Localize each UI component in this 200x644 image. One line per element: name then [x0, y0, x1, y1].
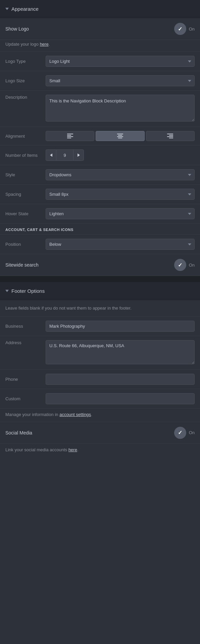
style-select-wrapper: Dropdowns Mega Menu Simple	[46, 169, 195, 180]
spacing-label: Spacing	[5, 192, 46, 197]
appearance-chevron-icon	[5, 8, 9, 10]
logo-type-row: Logo Type Logo Light Logo Dark Custom	[0, 52, 200, 71]
arrow-right-icon	[78, 153, 80, 157]
sitewide-search-state: On	[189, 263, 195, 268]
hover-state-row: Hover State Lighten Darken Underline	[0, 204, 200, 224]
business-input[interactable]	[46, 321, 195, 332]
show-logo-checkmark: ✓	[178, 26, 182, 32]
social-media-toggle-wrapper: ✓ On	[174, 427, 195, 439]
hover-state-label: Hover State	[5, 211, 46, 216]
svg-rect-2	[67, 136, 73, 137]
description-row: Description This is the Navigation Block…	[0, 91, 200, 127]
spinner-value: 9	[56, 149, 73, 161]
number-items-label: Number of Items	[5, 153, 46, 158]
section-spacer	[0, 276, 200, 281]
custom-input[interactable]	[46, 393, 195, 404]
appearance-title: Appearance	[11, 6, 39, 12]
sitewide-search-checkmark: ✓	[178, 262, 182, 268]
phone-input[interactable]	[46, 374, 195, 385]
svg-rect-3	[67, 138, 71, 138]
footer-title: Footer Options	[11, 288, 45, 294]
social-media-state: On	[189, 430, 195, 435]
align-left-button[interactable]	[46, 131, 94, 141]
appearance-panel-body: Show Logo ✓ On Update your logo here. Lo…	[0, 18, 200, 276]
logo-type-label: Logo Type	[5, 59, 46, 64]
spacing-select[interactable]: Small 8px Medium 16px Large 24px	[46, 189, 195, 200]
update-logo-text: Update your logo here.	[5, 42, 50, 47]
address-label: Address	[5, 340, 46, 345]
logo-size-select[interactable]: Small Medium Large	[46, 75, 195, 86]
hover-state-control: Lighten Darken Underline	[46, 208, 195, 219]
social-media-note: Link your social media accounts here.	[0, 444, 200, 457]
description-textarea[interactable]: This is the Navigation Block Description	[46, 95, 195, 122]
address-textarea[interactable]: U.S. Route 66, Albuquerque, NM, USA	[46, 340, 195, 364]
logo-size-control: Small Medium Large	[46, 75, 195, 86]
hover-state-select[interactable]: Lighten Darken Underline	[46, 208, 195, 219]
logo-size-row: Logo Size Small Medium Large	[0, 71, 200, 91]
style-row: Style Dropdowns Mega Menu Simple	[0, 165, 200, 185]
footer-note: Leave fields blank if you do not want th…	[0, 300, 200, 317]
position-row: Position Below Above Inline	[0, 235, 200, 254]
appearance-section-header: Appearance	[0, 0, 200, 18]
phone-row: Phone	[0, 370, 200, 389]
svg-rect-6	[117, 136, 123, 137]
align-right-button[interactable]	[146, 131, 195, 141]
sitewide-search-row: Sitewide search ✓ On	[0, 254, 200, 276]
show-logo-toggle[interactable]: ✓	[174, 23, 186, 35]
account-settings-link[interactable]: account settings	[59, 412, 91, 417]
show-logo-row: Show Logo ✓ On	[0, 18, 200, 40]
position-label: Position	[5, 242, 46, 247]
business-label: Business	[5, 324, 46, 329]
phone-label: Phone	[5, 377, 46, 382]
show-logo-toggle-wrapper: ✓ On	[174, 23, 195, 35]
spinner-decrement-button[interactable]	[46, 149, 56, 161]
position-select[interactable]: Below Above Inline	[46, 239, 195, 250]
custom-row: Custom	[0, 389, 200, 409]
logo-type-control: Logo Light Logo Dark Custom	[46, 56, 195, 67]
svg-rect-10	[167, 136, 173, 137]
position-select-wrapper: Below Above Inline	[46, 239, 195, 250]
business-control	[46, 321, 195, 332]
address-row: Address U.S. Route 66, Albuquerque, NM, …	[0, 336, 200, 370]
logo-size-label: Logo Size	[5, 78, 46, 83]
icons-section-title: ACCOUNT, CART & SEARCH ICONS	[0, 224, 200, 235]
sitewide-search-toggle-wrapper: ✓ On	[174, 259, 195, 271]
footer-chevron-icon	[5, 290, 9, 292]
social-media-label: Social Media	[5, 430, 174, 435]
show-logo-label: Show Logo	[5, 26, 174, 32]
svg-rect-0	[67, 134, 73, 134]
number-items-row: Number of Items 9	[0, 145, 200, 165]
alignment-control	[46, 131, 195, 141]
svg-rect-11	[169, 138, 173, 138]
arrow-left-icon	[50, 153, 52, 157]
spinner-increment-button[interactable]	[73, 149, 84, 161]
logo-type-select-wrapper: Logo Light Logo Dark Custom	[46, 56, 195, 67]
alignment-row: Alignment	[0, 127, 200, 145]
business-row: Business	[0, 317, 200, 336]
style-select[interactable]: Dropdowns Mega Menu Simple	[46, 169, 195, 180]
custom-control	[46, 393, 195, 404]
style-control: Dropdowns Mega Menu Simple	[46, 169, 195, 180]
description-label: Description	[5, 95, 46, 100]
svg-rect-4	[117, 134, 123, 134]
style-label: Style	[5, 172, 46, 177]
sitewide-search-label: Sitewide search	[5, 262, 174, 268]
logo-type-select[interactable]: Logo Light Logo Dark Custom	[46, 56, 195, 67]
sitewide-search-toggle[interactable]: ✓	[174, 259, 186, 271]
svg-rect-1	[67, 135, 71, 136]
spacing-control: Small 8px Medium 16px Large 24px	[46, 189, 195, 200]
number-items-control: 9	[46, 149, 195, 161]
position-control: Below Above Inline	[46, 239, 195, 250]
update-logo-link[interactable]: here	[40, 42, 49, 47]
svg-rect-5	[118, 135, 122, 136]
alignment-label: Alignment	[5, 134, 46, 139]
social-media-row: Social Media ✓ On	[0, 422, 200, 444]
phone-control	[46, 374, 195, 385]
svg-rect-8	[167, 134, 173, 134]
social-media-toggle[interactable]: ✓	[174, 427, 186, 439]
align-center-button[interactable]	[96, 131, 144, 141]
manage-info-text: Manage your information in account setti…	[0, 409, 200, 422]
social-media-checkmark: ✓	[178, 429, 182, 436]
update-logo-row: Update your logo here.	[0, 40, 200, 52]
social-media-link[interactable]: here	[68, 447, 77, 452]
